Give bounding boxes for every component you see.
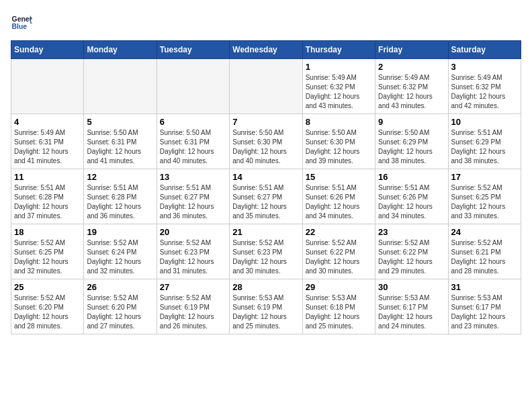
- day-info: Sunrise: 5:51 AM Sunset: 6:28 PM Dayligh…: [87, 183, 153, 221]
- page-header: General Blue: [11, 11, 521, 32]
- calendar-cell: [84, 59, 157, 114]
- calendar-cell: 18Sunrise: 5:52 AM Sunset: 6:25 PM Dayli…: [11, 224, 84, 279]
- calendar-cell: 17Sunrise: 5:52 AM Sunset: 6:25 PM Dayli…: [448, 169, 521, 224]
- day-number: 9: [378, 117, 445, 127]
- day-info: Sunrise: 5:49 AM Sunset: 6:32 PM Dayligh…: [378, 73, 445, 111]
- calendar-cell: 9Sunrise: 5:50 AM Sunset: 6:29 PM Daylig…: [375, 114, 448, 169]
- calendar-cell: 29Sunrise: 5:53 AM Sunset: 6:18 PM Dayli…: [302, 279, 375, 334]
- day-info: Sunrise: 5:49 AM Sunset: 6:32 PM Dayligh…: [306, 73, 372, 111]
- calendar-cell: 31Sunrise: 5:53 AM Sunset: 6:17 PM Dayli…: [448, 279, 521, 334]
- day-number: 25: [14, 282, 81, 292]
- day-number: 19: [87, 227, 153, 237]
- calendar-cell: 26Sunrise: 5:52 AM Sunset: 6:20 PM Dayli…: [84, 279, 157, 334]
- day-number: 17: [451, 172, 518, 182]
- calendar-cell: 15Sunrise: 5:51 AM Sunset: 6:26 PM Dayli…: [302, 169, 375, 224]
- day-info: Sunrise: 5:53 AM Sunset: 6:18 PM Dayligh…: [306, 293, 372, 331]
- day-number: 7: [232, 117, 299, 127]
- day-info: Sunrise: 5:53 AM Sunset: 6:19 PM Dayligh…: [232, 293, 299, 331]
- calendar-cell: 23Sunrise: 5:52 AM Sunset: 6:22 PM Dayli…: [375, 224, 448, 279]
- day-info: Sunrise: 5:50 AM Sunset: 6:30 PM Dayligh…: [232, 128, 299, 166]
- day-info: Sunrise: 5:51 AM Sunset: 6:27 PM Dayligh…: [232, 183, 299, 221]
- day-info: Sunrise: 5:52 AM Sunset: 6:21 PM Dayligh…: [451, 238, 518, 276]
- calendar-cell: 1Sunrise: 5:49 AM Sunset: 6:32 PM Daylig…: [302, 59, 375, 114]
- day-info: Sunrise: 5:52 AM Sunset: 6:24 PM Dayligh…: [87, 238, 153, 276]
- day-number: 6: [160, 117, 226, 127]
- day-number: 31: [451, 282, 518, 292]
- day-header-tuesday: Tuesday: [157, 41, 229, 59]
- day-info: Sunrise: 5:52 AM Sunset: 6:22 PM Dayligh…: [306, 238, 372, 276]
- calendar-cell: 11Sunrise: 5:51 AM Sunset: 6:28 PM Dayli…: [11, 169, 84, 224]
- day-header-friday: Friday: [375, 41, 448, 59]
- day-info: Sunrise: 5:51 AM Sunset: 6:26 PM Dayligh…: [378, 183, 445, 221]
- calendar-week-row: 4Sunrise: 5:49 AM Sunset: 6:31 PM Daylig…: [11, 114, 521, 169]
- calendar-cell: [11, 59, 84, 114]
- calendar-table: SundayMondayTuesdayWednesdayThursdayFrid…: [11, 40, 521, 334]
- calendar-header-row: SundayMondayTuesdayWednesdayThursdayFrid…: [11, 41, 521, 59]
- calendar-cell: 10Sunrise: 5:51 AM Sunset: 6:29 PM Dayli…: [448, 114, 521, 169]
- calendar-cell: 2Sunrise: 5:49 AM Sunset: 6:32 PM Daylig…: [375, 59, 448, 114]
- day-info: Sunrise: 5:50 AM Sunset: 6:29 PM Dayligh…: [378, 128, 445, 166]
- day-header-wednesday: Wednesday: [230, 41, 302, 59]
- day-number: 24: [451, 227, 518, 237]
- day-number: 1: [306, 62, 372, 72]
- calendar-week-row: 1Sunrise: 5:49 AM Sunset: 6:32 PM Daylig…: [11, 59, 521, 114]
- day-number: 18: [14, 227, 81, 237]
- calendar-cell: 24Sunrise: 5:52 AM Sunset: 6:21 PM Dayli…: [448, 224, 521, 279]
- calendar-cell: 14Sunrise: 5:51 AM Sunset: 6:27 PM Dayli…: [230, 169, 302, 224]
- day-number: 23: [378, 227, 445, 237]
- calendar-cell: 16Sunrise: 5:51 AM Sunset: 6:26 PM Dayli…: [375, 169, 448, 224]
- day-number: 14: [232, 172, 299, 182]
- day-number: 15: [306, 172, 372, 182]
- day-number: 10: [451, 117, 518, 127]
- day-number: 29: [306, 282, 372, 292]
- day-info: Sunrise: 5:51 AM Sunset: 6:27 PM Dayligh…: [160, 183, 226, 221]
- day-info: Sunrise: 5:52 AM Sunset: 6:23 PM Dayligh…: [232, 238, 299, 276]
- day-number: 2: [378, 62, 445, 72]
- day-info: Sunrise: 5:52 AM Sunset: 6:25 PM Dayligh…: [14, 238, 81, 276]
- svg-text:Blue: Blue: [12, 23, 28, 30]
- day-number: 20: [160, 227, 226, 237]
- calendar-cell: 6Sunrise: 5:50 AM Sunset: 6:31 PM Daylig…: [157, 114, 229, 169]
- day-info: Sunrise: 5:51 AM Sunset: 6:26 PM Dayligh…: [306, 183, 372, 221]
- day-info: Sunrise: 5:52 AM Sunset: 6:25 PM Dayligh…: [451, 183, 518, 221]
- logo: General Blue: [11, 11, 35, 32]
- svg-text:General: General: [12, 15, 32, 23]
- calendar-cell: 4Sunrise: 5:49 AM Sunset: 6:31 PM Daylig…: [11, 114, 84, 169]
- day-number: 3: [451, 62, 518, 72]
- calendar-cell: 7Sunrise: 5:50 AM Sunset: 6:30 PM Daylig…: [230, 114, 302, 169]
- day-header-monday: Monday: [84, 41, 157, 59]
- day-info: Sunrise: 5:51 AM Sunset: 6:29 PM Dayligh…: [451, 128, 518, 166]
- day-header-sunday: Sunday: [11, 41, 84, 59]
- day-number: 30: [378, 282, 445, 292]
- day-number: 11: [14, 172, 81, 182]
- day-number: 8: [306, 117, 372, 127]
- calendar-cell: 8Sunrise: 5:50 AM Sunset: 6:30 PM Daylig…: [302, 114, 375, 169]
- day-info: Sunrise: 5:53 AM Sunset: 6:17 PM Dayligh…: [451, 293, 518, 331]
- day-info: Sunrise: 5:52 AM Sunset: 6:23 PM Dayligh…: [160, 238, 226, 276]
- day-info: Sunrise: 5:52 AM Sunset: 6:22 PM Dayligh…: [378, 238, 445, 276]
- logo-icon: General Blue: [11, 11, 32, 32]
- calendar-cell: 27Sunrise: 5:52 AM Sunset: 6:19 PM Dayli…: [157, 279, 229, 334]
- calendar-cell: 19Sunrise: 5:52 AM Sunset: 6:24 PM Dayli…: [84, 224, 157, 279]
- day-header-thursday: Thursday: [302, 41, 375, 59]
- calendar-cell: 5Sunrise: 5:50 AM Sunset: 6:31 PM Daylig…: [84, 114, 157, 169]
- day-number: 27: [160, 282, 226, 292]
- calendar-week-row: 25Sunrise: 5:52 AM Sunset: 6:20 PM Dayli…: [11, 279, 521, 334]
- day-number: 16: [378, 172, 445, 182]
- calendar-cell: [157, 59, 229, 114]
- day-info: Sunrise: 5:49 AM Sunset: 6:32 PM Dayligh…: [451, 73, 518, 111]
- day-info: Sunrise: 5:52 AM Sunset: 6:20 PM Dayligh…: [14, 293, 81, 331]
- calendar-cell: 13Sunrise: 5:51 AM Sunset: 6:27 PM Dayli…: [157, 169, 229, 224]
- day-number: 26: [87, 282, 153, 292]
- calendar-week-row: 18Sunrise: 5:52 AM Sunset: 6:25 PM Dayli…: [11, 224, 521, 279]
- day-number: 13: [160, 172, 226, 182]
- day-number: 4: [14, 117, 81, 127]
- day-info: Sunrise: 5:50 AM Sunset: 6:31 PM Dayligh…: [160, 128, 226, 166]
- calendar-cell: 28Sunrise: 5:53 AM Sunset: 6:19 PM Dayli…: [230, 279, 302, 334]
- calendar-cell: 3Sunrise: 5:49 AM Sunset: 6:32 PM Daylig…: [448, 59, 521, 114]
- calendar-cell: 12Sunrise: 5:51 AM Sunset: 6:28 PM Dayli…: [84, 169, 157, 224]
- day-number: 5: [87, 117, 153, 127]
- day-number: 21: [232, 227, 299, 237]
- calendar-cell: 25Sunrise: 5:52 AM Sunset: 6:20 PM Dayli…: [11, 279, 84, 334]
- day-info: Sunrise: 5:52 AM Sunset: 6:19 PM Dayligh…: [160, 293, 226, 331]
